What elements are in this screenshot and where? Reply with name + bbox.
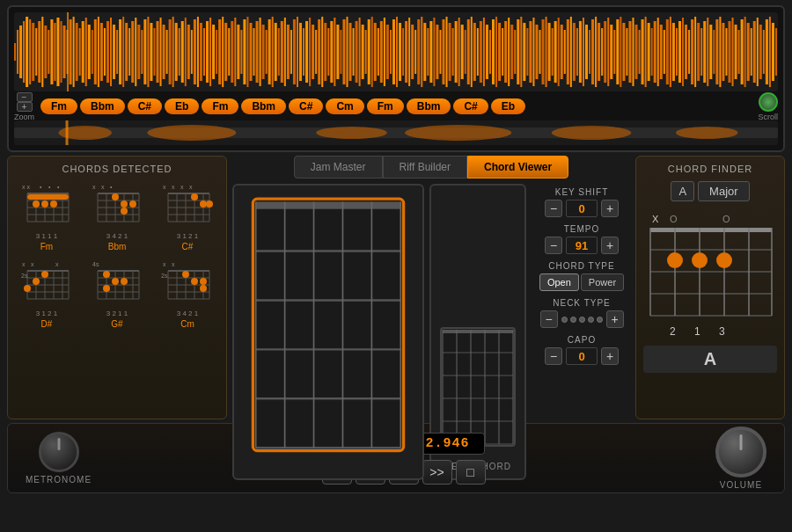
waveform-section: // Generate waveform visually via inline…: [7, 5, 785, 152]
svg-point-327: [33, 278, 40, 285]
svg-rect-237: [747, 23, 750, 81]
forward-button[interactable]: >>: [422, 460, 452, 485]
neck-dot-3: [579, 317, 585, 323]
chords-detected-panel: CHORDS DETECTED x x • • •: [7, 156, 227, 419]
scroll-area: Scroll: [758, 92, 778, 121]
zoom-plus-button[interactable]: +: [17, 102, 33, 112]
chord-item-fm[interactable]: x x • • •: [15, 181, 78, 251]
svg-rect-110: [353, 28, 355, 76]
chord-pill-5[interactable]: Bbm: [241, 98, 286, 114]
svg-rect-47: [156, 21, 158, 83]
svg-point-253: [552, 126, 632, 140]
svg-text:x: x: [31, 261, 34, 267]
capo-plus[interactable]: +: [601, 347, 619, 365]
waveform-display: // Generate waveform visually via inline…: [14, 12, 778, 91]
chord-pill-11[interactable]: Eb: [491, 98, 525, 114]
svg-point-291: [129, 200, 136, 208]
svg-rect-219: [691, 19, 693, 84]
chord-pill-0[interactable]: Fm: [40, 98, 77, 114]
svg-rect-81: [262, 25, 265, 79]
key-shift-control-row: − 0 +: [545, 200, 619, 217]
tab-chord-viewer[interactable]: Chord Viewer: [467, 156, 568, 179]
svg-rect-76: [246, 17, 248, 87]
chord-name-gsharp: G#: [111, 319, 122, 329]
svg-rect-75: [243, 19, 246, 84]
chord-item-gsharp[interactable]: 4s 3 2 1 1: [85, 259, 149, 329]
svg-rect-58: [191, 30, 193, 74]
svg-rect-173: [548, 23, 551, 81]
finder-type-button[interactable]: Major: [698, 181, 750, 201]
chord-pill-7[interactable]: Cm: [326, 98, 363, 114]
svg-rect-104: [334, 18, 335, 86]
chord-type-power[interactable]: Power: [581, 273, 624, 291]
chord-pills: FmBbmC#EbFmBbmC#CmFmBbmC#Eb: [40, 98, 752, 114]
svg-rect-28: [98, 17, 99, 87]
neck-type-plus[interactable]: +: [606, 310, 624, 328]
svg-rect-151: [480, 21, 482, 83]
svg-rect-135: [429, 21, 432, 83]
chord-pill-9[interactable]: Bbm: [407, 98, 451, 114]
svg-rect-73: [237, 25, 239, 79]
chord-pill-10[interactable]: C#: [453, 98, 488, 114]
neck-type-label: NECK TYPE: [553, 298, 611, 308]
chord-item-dsharp[interactable]: x x x 2s: [15, 259, 78, 329]
svg-rect-43: [143, 19, 146, 84]
svg-point-272: [33, 200, 40, 208]
svg-rect-88: [284, 18, 286, 86]
svg-rect-364: [256, 201, 401, 208]
svg-rect-196: [620, 17, 621, 87]
svg-rect-246: [775, 28, 777, 76]
metronome-knob[interactable]: [39, 432, 79, 472]
svg-rect-181: [573, 23, 576, 81]
key-shift-minus[interactable]: −: [545, 200, 562, 217]
finder-key-button[interactable]: A: [671, 181, 694, 201]
svg-rect-208: [657, 18, 659, 86]
neck-dot-1: [561, 317, 568, 323]
svg-rect-123: [392, 19, 395, 84]
chord-pill-4[interactable]: Fm: [202, 98, 238, 114]
chord-item-cm[interactable]: x x 2s: [156, 259, 219, 329]
chord-type-open[interactable]: Open: [539, 273, 579, 291]
svg-rect-100: [321, 17, 323, 87]
svg-rect-159: [504, 21, 507, 83]
svg-rect-271: [27, 194, 69, 200]
svg-rect-122: [390, 30, 392, 74]
svg-rect-22: [79, 28, 81, 76]
svg-rect-224: [707, 18, 708, 86]
tempo-minus[interactable]: −: [545, 237, 562, 254]
svg-point-328: [24, 285, 31, 292]
svg-rect-70: [228, 28, 230, 76]
chord-pill-3[interactable]: Eb: [165, 98, 199, 114]
center-panel: Jam Master Riff Builder Chord Viewer: [232, 156, 630, 419]
tab-riff-builder[interactable]: Riff Builder: [383, 156, 467, 179]
key-shift-plus[interactable]: +: [601, 200, 619, 217]
svg-rect-79: [256, 21, 259, 83]
svg-rect-65: [212, 25, 215, 79]
tab-jam-master[interactable]: Jam Master: [294, 156, 383, 179]
svg-rect-7: [32, 23, 34, 81]
chord-item-bbm[interactable]: x x •: [85, 181, 149, 251]
chord-pill-6[interactable]: C#: [289, 98, 323, 114]
capo-minus[interactable]: −: [545, 347, 562, 365]
chord-item-csharp[interactable]: x x x x: [156, 181, 219, 251]
svg-rect-9: [38, 21, 40, 83]
svg-rect-132: [421, 17, 422, 87]
zoom-minus-button[interactable]: −: [17, 92, 33, 102]
svg-rect-176: [558, 18, 560, 86]
volume-knob[interactable]: [715, 426, 766, 477]
chord-diagram-bbm: x x •: [91, 181, 143, 232]
tempo-plus[interactable]: +: [601, 237, 619, 254]
svg-rect-96: [309, 18, 311, 86]
neck-type-minus[interactable]: −: [540, 310, 558, 328]
tempo-value: 91: [566, 237, 598, 254]
chord-pill-8[interactable]: Fm: [367, 98, 404, 114]
scroll-button[interactable]: [759, 92, 778, 112]
chord-pill-2[interactable]: C#: [128, 98, 162, 114]
svg-rect-158: [502, 28, 503, 76]
stop-button[interactable]: □: [456, 460, 486, 485]
svg-rect-163: [517, 19, 519, 84]
controls-panel: KEY SHIFT − 0 + TEMPO − 91 +: [533, 184, 630, 480]
svg-point-362: [200, 285, 207, 292]
svg-rect-60: [197, 17, 199, 87]
chord-pill-1[interactable]: Bbm: [80, 98, 125, 114]
